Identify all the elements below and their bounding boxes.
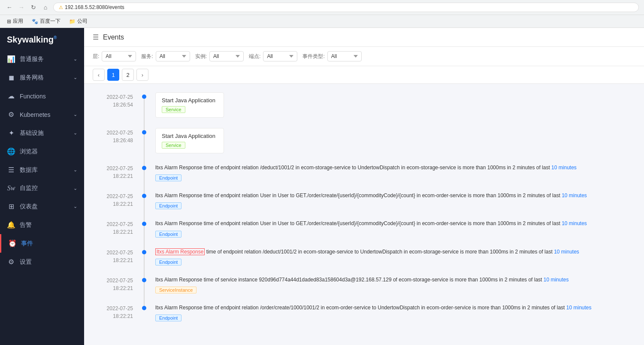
pagination-bar: ‹ 1 2 › [84, 66, 644, 84]
sidebar-item-functions[interactable]: ☁ Functions [0, 87, 84, 105]
sidebar-item-kubernetes[interactable]: ⚙ Kubernetes ⌄ [0, 105, 84, 124]
event-content-8: ltxs Alarm Response time of endpoint rel… [148, 304, 635, 321]
sidebar-item-alarm[interactable]: 🔔 告警 [0, 216, 84, 234]
event-dot-col-3 [140, 164, 148, 181]
sidebar-item-service-mesh[interactable]: ◼ 服务网格 ⌄ [0, 68, 84, 87]
event-tag-6: Endpoint [155, 259, 181, 266]
event-dot-6 [142, 250, 146, 254]
event-date-8: 2022-07-25 [93, 305, 133, 312]
settings-icon: ⚙ [7, 258, 15, 266]
sidebar-item-events[interactable]: ⏰ 事件 [0, 234, 84, 253]
database-icon: ☰ [7, 166, 15, 174]
company-label: 公司 [77, 18, 88, 25]
event-item-4: 2022-07-25 18:22:21 ltxs Alarm Response … [93, 192, 635, 209]
alarm-icon: 🔔 [7, 221, 15, 229]
event-type-filter-label: 事件类型: [302, 53, 324, 60]
event-item-6: 2022-07-25 18:22:21 ltxs Alarm Response … [93, 248, 635, 266]
bookmark-baidu[interactable]: 🐾 百度一下 [30, 17, 62, 26]
highlight-3: 10 minutes [551, 165, 577, 171]
url-text: 192.168.5.52:8080/events [65, 4, 124, 10]
page-2-button[interactable]: 2 [122, 69, 134, 81]
page-1-button[interactable]: 1 [107, 69, 119, 81]
event-type-filter-select[interactable]: All [327, 51, 362, 61]
event-date-2: 2022-07-25 [93, 129, 133, 137]
sidebar-item-browser[interactable]: 🌐 浏览器 [0, 142, 84, 161]
sidebar-item-normal-service[interactable]: 📊 普通服务 ⌄ [0, 50, 84, 68]
event-clock-4: 18:22:21 [93, 200, 133, 208]
event-clock-7: 18:22:21 [93, 284, 133, 292]
sidebar-label-dashboard: 仪表盘 [20, 203, 69, 211]
event-content-4: ltxs Alarm Response time of endpoint rel… [148, 192, 635, 209]
event-dot-col-7 [140, 276, 148, 293]
event-clock-5: 18:22:21 [93, 228, 133, 236]
event-dot-1 [142, 95, 146, 99]
browser-chrome: ← → ↻ ⌂ ⚠ 192.168.5.52:8080/events [0, 0, 644, 15]
url-bar[interactable]: ⚠ 192.168.5.52:8080/events [53, 3, 639, 12]
endpoint-filter-select[interactable]: All [263, 51, 297, 61]
back-button[interactable]: ← [5, 3, 14, 12]
sidebar-label-normal-service: 普通服务 [20, 55, 69, 63]
event-content-2: Start Java Application Service [148, 128, 635, 153]
chevron-icon-3: ⌄ [73, 112, 77, 117]
event-item-3: 2022-07-25 18:22:21 ltxs Alarm Response … [93, 164, 635, 181]
layer-filter-select[interactable]: All [102, 51, 136, 61]
chevron-icon-0: ⌄ [73, 56, 77, 62]
main-content: ☰ Events 层: All 服务: All 实例: All [84, 28, 644, 345]
instance-filter-group: 实例: All [195, 51, 244, 61]
endpoint-filter-label: 端点: [249, 53, 260, 60]
event-time-4: 2022-07-25 18:22:21 [93, 192, 140, 209]
event-date-6: 2022-07-25 [93, 249, 133, 256]
event-tag-3: Endpoint [155, 174, 181, 181]
endpoint-filter-group: 端点: All [249, 51, 297, 61]
kubernetes-icon: ⚙ [7, 110, 15, 119]
highlight-8: 10 minutes [566, 305, 592, 311]
event-tag-1: Service [162, 106, 185, 113]
self-monitoring-icon: Sw [7, 184, 15, 192]
reload-button[interactable]: ↻ [29, 3, 38, 12]
layer-filter-label: 层: [93, 53, 99, 60]
bookmark-company[interactable]: 📁 公司 [67, 17, 89, 26]
forward-button[interactable]: → [17, 3, 26, 12]
event-time-1: 2022-07-25 18:26:54 [93, 92, 140, 118]
next-page-button[interactable]: › [136, 69, 148, 81]
sidebar-label-alarm: 告警 [20, 221, 77, 229]
infrastructure-icon: ✦ [7, 129, 15, 137]
home-button[interactable]: ⌂ [41, 3, 50, 12]
sidebar-item-self-monitoring[interactable]: Sw 自监控 ⌄ [0, 179, 84, 197]
event-text-3: ltxs Alarm Response time of endpoint rel… [155, 164, 635, 172]
sidebar-label-service-mesh: 服务网格 [20, 74, 69, 82]
baidu-label: 百度一下 [40, 18, 60, 25]
sidebar-label-functions: Functions [20, 93, 77, 100]
event-date-5: 2022-07-25 [93, 220, 133, 228]
event-dot-col-1 [140, 92, 148, 118]
service-filter-select[interactable]: All [156, 51, 190, 61]
page-header: ☰ Events [84, 28, 644, 47]
sidebar-item-settings[interactable]: ⚙ 设置 [0, 253, 84, 271]
event-date-3: 2022-07-25 [93, 165, 133, 172]
normal-service-icon: 📊 [7, 55, 15, 63]
sidebar-item-dashboard[interactable]: ⊞ 仪表盘 ⌄ [0, 197, 84, 216]
instance-filter-label: 实例: [195, 53, 207, 60]
instance-filter-select[interactable]: All [209, 51, 244, 61]
sidebar-label-kubernetes: Kubernetes [20, 111, 69, 118]
event-card-2: Start Java Application Service [155, 128, 224, 153]
filters-bar: 层: All 服务: All 实例: All 端点: All [84, 47, 644, 66]
sidebar-label-self-monitoring: 自监控 [20, 184, 69, 192]
event-time-5: 2022-07-25 18:22:21 [93, 220, 140, 237]
event-card-title-1: Start Java Application [162, 97, 218, 104]
sidebar-item-infrastructure[interactable]: ✦ 基础设施 ⌄ [0, 124, 84, 142]
event-dot-col-5 [140, 220, 148, 237]
prev-page-button[interactable]: ‹ [93, 69, 105, 81]
event-content-6: ltxs Alarm Response time of endpoint rel… [148, 248, 635, 266]
page-header-icon: ☰ [93, 33, 99, 41]
highlight-7: 10 minutes [544, 277, 569, 283]
event-item-5: 2022-07-25 18:22:21 ltxs Alarm Response … [93, 220, 635, 237]
chevron-icon-4: ⌄ [73, 130, 77, 136]
sidebar-logo: Skywalking® [0, 28, 84, 50]
apps-label: 应用 [13, 18, 23, 25]
bookmark-apps[interactable]: ⊞ 应用 [5, 17, 25, 26]
chevron-icon-1: ⌄ [73, 75, 77, 80]
sidebar-item-database[interactable]: ☰ 数据库 ⌄ [0, 161, 84, 179]
event-tag-7: ServiceInstance [155, 287, 197, 293]
highlight-5: 10 minutes [562, 220, 587, 226]
